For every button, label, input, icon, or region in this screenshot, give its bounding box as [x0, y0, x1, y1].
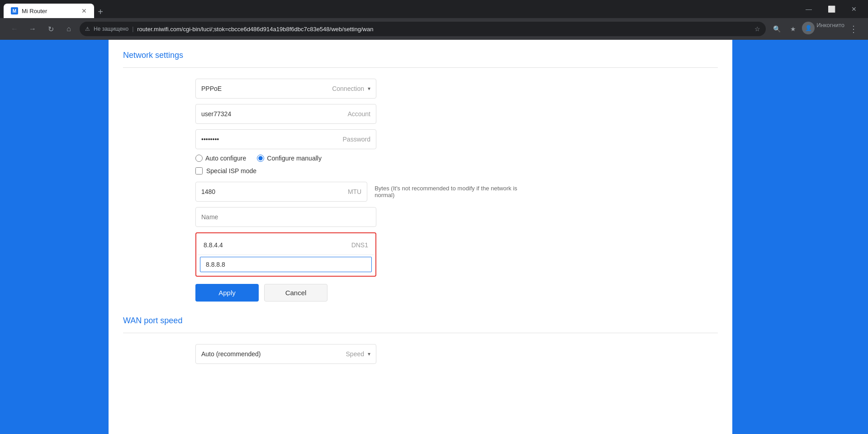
active-tab[interactable]: M Mi Router ✕: [4, 4, 94, 18]
not-secure-label: Не защищено: [94, 26, 128, 32]
speed-chevron-icon: ▾: [368, 351, 370, 357]
button-row: Apply Cancel: [195, 284, 530, 302]
connection-value: PPPoE: [201, 85, 222, 92]
account-field[interactable]: Account: [195, 104, 376, 124]
maximize-button[interactable]: ⬜: [821, 2, 842, 16]
name-input[interactable]: [201, 213, 370, 221]
wan-divider: [123, 333, 718, 333]
tab-close-button[interactable]: ✕: [81, 7, 87, 14]
form-area: PPPoE Connection ▾ Account Passw: [123, 79, 530, 302]
speed-value: Auto (recommended): [201, 350, 261, 358]
new-tab-button[interactable]: +: [94, 5, 107, 18]
dns1-input[interactable]: [204, 241, 351, 249]
dns2-input[interactable]: [200, 257, 372, 272]
right-sidebar: [732, 40, 868, 434]
password-label: Password: [343, 136, 370, 143]
name-row: [195, 207, 530, 227]
wan-port-speed-section: WAN port speed Auto (recommended) Speed …: [123, 316, 718, 364]
special-isp-label: Special ISP mode: [206, 167, 256, 175]
dns2-container: [198, 255, 374, 274]
connection-row: PPPoE Connection ▾: [195, 79, 530, 99]
more-options-button[interactable]: ⋮: [846, 22, 861, 36]
dns-section: DNS1: [195, 232, 376, 277]
browser-chrome: M Mi Router ✕ + — ⬜ ✕: [0, 0, 868, 18]
mtu-field[interactable]: MTU: [195, 182, 367, 202]
name-field[interactable]: [195, 207, 376, 227]
account-label: Account: [347, 110, 370, 118]
manual-configure-option[interactable]: Configure manually: [257, 155, 322, 162]
connection-chevron-icon: ▾: [368, 85, 370, 92]
minimize-button[interactable]: —: [798, 2, 819, 16]
manual-configure-radio[interactable]: [257, 155, 264, 162]
dns1-label: DNS1: [351, 241, 368, 249]
close-button[interactable]: ✕: [844, 2, 864, 16]
page-content: Network settings PPPoE Connection ▾ Acco…: [0, 40, 868, 434]
auto-configure-label: Auto configure: [205, 155, 246, 162]
speed-label-tag: Speed: [346, 350, 364, 358]
mtu-row: MTU Bytes (It's not recommended to modif…: [195, 182, 530, 202]
wan-port-speed-title: WAN port speed: [123, 316, 718, 326]
account-icon: 👤: [805, 25, 812, 31]
address-bar-row: ← → ↻ ⌂ ⚠ Не защищено | router.miwifi.co…: [0, 18, 868, 40]
search-button[interactable]: 🔍: [769, 22, 784, 36]
main-content: Network settings PPPoE Connection ▾ Acco…: [109, 40, 732, 434]
password-field[interactable]: Password: [195, 129, 376, 149]
configure-radio-group: Auto configure Configure manually: [195, 155, 530, 162]
url-separator: |: [132, 26, 133, 32]
section-divider: [123, 67, 718, 68]
wan-form-area: Auto (recommended) Speed ▾: [123, 344, 530, 364]
speed-dropdown-suffix: Speed ▾: [346, 350, 370, 358]
back-button[interactable]: ←: [7, 22, 22, 36]
lock-icon: ⚠: [85, 26, 90, 32]
url-text: router.miwifi.com/cgi-bin/luci/;stok=cbc…: [137, 26, 751, 33]
tab-favicon: M: [11, 7, 18, 14]
network-settings-title: Network settings: [123, 51, 718, 60]
mtu-label: MTU: [348, 188, 361, 195]
forward-button[interactable]: →: [25, 22, 40, 36]
tab-title: Mi Router: [22, 8, 78, 14]
home-button[interactable]: ⌂: [62, 22, 76, 36]
special-isp-checkbox[interactable]: [195, 167, 203, 175]
special-isp-row: Special ISP mode: [195, 167, 530, 175]
connection-field[interactable]: PPPoE Connection ▾: [195, 79, 376, 99]
mtu-note: Bytes (It's not recommended to modify if…: [375, 185, 530, 198]
account-input[interactable]: [201, 110, 347, 118]
auto-configure-option[interactable]: Auto configure: [195, 155, 246, 162]
left-sidebar: [0, 40, 109, 434]
password-input[interactable]: [201, 136, 343, 143]
dns1-row: DNS1: [198, 235, 374, 255]
account-avatar[interactable]: 👤: [802, 22, 815, 34]
incognito-label: Инкогнито: [816, 22, 844, 36]
speed-dropdown[interactable]: Auto (recommended) Speed ▾: [195, 344, 376, 364]
connection-label: Connection: [332, 85, 364, 92]
reload-button[interactable]: ↻: [43, 22, 58, 36]
window-controls: — ⬜ ✕: [798, 2, 864, 16]
password-row: Password: [195, 129, 530, 149]
apply-button[interactable]: Apply: [195, 284, 259, 302]
auto-configure-radio[interactable]: [195, 155, 203, 162]
manual-configure-label: Configure manually: [267, 155, 322, 162]
address-bar-actions: 🔍 ★ 👤 Инкогнито ⋮: [769, 22, 861, 36]
bookmark-icon[interactable]: ☆: [754, 25, 760, 33]
account-row: Account: [195, 104, 530, 124]
cancel-button[interactable]: Cancel: [264, 284, 327, 302]
mtu-input[interactable]: [201, 188, 348, 195]
address-bar[interactable]: ⚠ Не защищено | router.miwifi.com/cgi-bi…: [80, 22, 766, 36]
bookmark-button[interactable]: ★: [786, 22, 800, 36]
tab-bar: M Mi Router ✕ +: [4, 0, 107, 18]
